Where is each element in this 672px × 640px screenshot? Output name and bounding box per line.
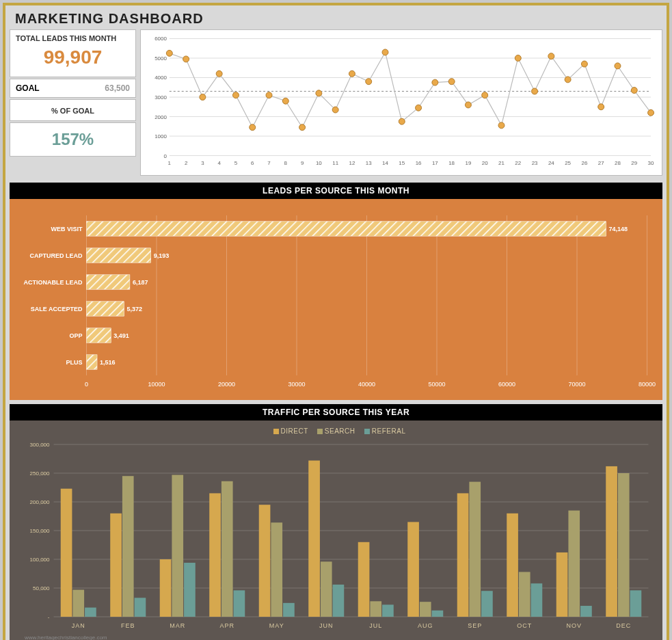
svg-rect-131 [110,514,122,617]
svg-text:12: 12 [349,160,355,166]
svg-rect-160 [469,482,481,617]
svg-text:6000: 6000 [154,36,167,42]
svg-text:19: 19 [466,160,472,166]
svg-rect-110 [87,355,98,369]
line-chart-panel: 0100020003000400050006000123456789101112… [140,29,662,176]
svg-rect-159 [457,493,469,617]
svg-rect-132 [122,476,134,617]
svg-text:22: 22 [515,160,521,166]
svg-rect-168 [568,511,580,617]
svg-point-35 [498,122,505,129]
svg-text:14: 14 [382,160,388,166]
svg-text:1,516: 1,516 [100,359,116,366]
svg-text:MAR: MAR [170,622,185,629]
svg-text:300,000: 300,000 [30,442,50,448]
svg-rect-141 [234,590,245,617]
legend-swatch-search [317,429,323,434]
svg-point-20 [250,124,256,131]
svg-rect-101 [87,275,130,289]
leads-per-source-bar-chart: 0100002000030000400005000060000700008000… [16,213,656,390]
svg-text:3000: 3000 [154,94,167,101]
svg-text:250,000: 250,000 [30,470,50,477]
kpi-total-value: 99,907 [16,42,130,72]
svg-text:80000: 80000 [639,381,656,388]
legend-search: SEARCH [325,427,355,435]
svg-text:1000: 1000 [154,133,167,139]
svg-text:23: 23 [532,160,538,166]
svg-text:APR: APR [219,622,234,629]
kpi-goal-box: GOAL 63,500 [10,79,136,98]
vbar-panel: DIRECT SEARCH REFERAL -50,000100,000150,… [10,421,662,640]
svg-rect-163 [507,514,518,617]
svg-point-30 [416,105,422,111]
svg-text:0: 0 [85,381,88,388]
svg-rect-151 [358,542,370,617]
svg-text:WEB VISIT: WEB VISIT [51,226,83,232]
svg-text:-: - [48,614,50,620]
svg-rect-129 [85,608,96,617]
svg-text:SALE ACCEPTED: SALE ACCEPTED [31,306,83,312]
svg-point-40 [581,61,587,67]
svg-text:3: 3 [201,160,204,166]
svg-point-31 [432,79,438,85]
svg-text:10000: 10000 [148,381,165,388]
kpi-pct-label-box: % OF GOAL [10,99,136,121]
svg-text:15: 15 [399,160,405,166]
svg-rect-152 [370,601,381,617]
svg-text:5000: 5000 [154,55,167,62]
kpi-goal-label: GOAL [16,83,40,93]
page-title: MARKETING DASHBOARD [5,5,667,29]
svg-rect-133 [135,598,146,617]
svg-text:CAPTURED LEAD: CAPTURED LEAD [29,252,83,259]
svg-point-34 [482,92,488,98]
kpi-total-label: TOTAL LEADS THIS MONTH [16,34,130,42]
svg-text:AUG: AUG [418,622,433,629]
svg-point-26 [349,70,355,77]
svg-point-27 [366,79,372,85]
svg-text:150,000: 150,000 [30,528,50,534]
svg-point-29 [399,118,405,124]
svg-text:74,148: 74,148 [609,226,628,232]
svg-rect-135 [160,559,172,617]
svg-rect-128 [72,590,84,617]
svg-text:2: 2 [185,160,188,166]
svg-text:2000: 2000 [154,114,167,120]
svg-text:3,491: 3,491 [113,332,129,339]
svg-point-44 [648,109,654,116]
svg-point-28 [382,49,388,55]
svg-rect-136 [172,475,183,617]
svg-rect-153 [382,604,394,617]
svg-point-17 [200,94,206,101]
svg-rect-167 [556,552,568,617]
svg-text:7: 7 [267,160,271,166]
svg-rect-139 [209,493,221,617]
legend-swatch-direct [273,429,279,434]
svg-rect-148 [321,561,332,617]
svg-rect-165 [531,583,543,617]
svg-point-25 [332,107,338,113]
svg-rect-172 [618,473,630,617]
kpi-pct-label: % OF GOAL [51,107,94,115]
svg-rect-171 [606,466,617,617]
svg-rect-149 [333,585,345,617]
svg-text:FEB: FEB [121,622,135,629]
svg-point-39 [565,77,571,83]
svg-text:DEC: DEC [616,622,631,629]
svg-text:40000: 40000 [358,381,375,388]
svg-rect-155 [407,522,419,617]
svg-point-23 [299,124,306,131]
svg-text:13: 13 [366,160,372,166]
svg-text:JAN: JAN [72,622,85,629]
svg-text:60000: 60000 [498,381,515,388]
svg-point-15 [166,50,172,56]
svg-text:1: 1 [168,160,172,166]
svg-rect-107 [87,328,111,343]
svg-text:30000: 30000 [288,381,305,388]
svg-rect-147 [308,461,320,617]
svg-text:20: 20 [482,160,488,166]
svg-point-37 [532,88,538,94]
svg-point-33 [465,102,471,108]
svg-text:20000: 20000 [218,381,235,388]
svg-rect-104 [87,302,124,316]
legend-swatch-referal [364,429,370,434]
